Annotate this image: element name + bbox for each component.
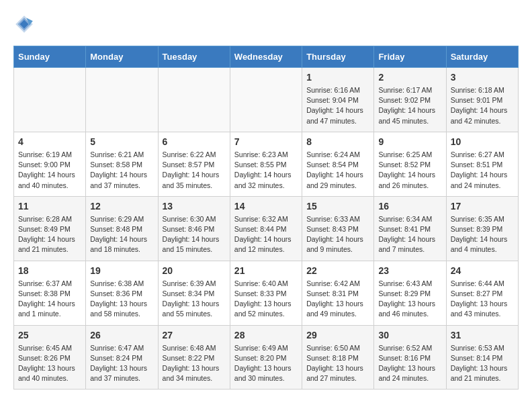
header-wednesday: Wednesday	[230, 46, 302, 68]
calendar-header: SundayMondayTuesdayWednesdayThursdayFrid…	[14, 46, 519, 68]
header-thursday: Thursday	[302, 46, 374, 68]
calendar-cell: 11Sunrise: 6:28 AM Sunset: 8:49 PM Dayli…	[14, 196, 86, 261]
day-info: Sunrise: 6:53 AM Sunset: 8:14 PM Dayligh…	[451, 343, 514, 384]
day-info: Sunrise: 6:18 AM Sunset: 9:01 PM Dayligh…	[451, 85, 514, 126]
day-info: Sunrise: 6:29 AM Sunset: 8:48 PM Dayligh…	[90, 214, 153, 255]
calendar-cell: 29Sunrise: 6:50 AM Sunset: 8:18 PM Dayli…	[302, 325, 374, 390]
calendar-cell: 30Sunrise: 6:52 AM Sunset: 8:16 PM Dayli…	[374, 325, 446, 390]
day-number: 3	[451, 72, 514, 83]
day-number: 10	[451, 136, 514, 147]
day-info: Sunrise: 6:19 AM Sunset: 9:00 PM Dayligh…	[18, 150, 81, 191]
day-info: Sunrise: 6:39 AM Sunset: 8:34 PM Dayligh…	[163, 279, 226, 320]
calendar-cell: 25Sunrise: 6:45 AM Sunset: 8:26 PM Dayli…	[14, 325, 86, 390]
day-number: 12	[90, 201, 153, 212]
day-number: 23	[378, 265, 441, 276]
day-info: Sunrise: 6:50 AM Sunset: 8:18 PM Dayligh…	[306, 343, 369, 384]
day-info: Sunrise: 6:22 AM Sunset: 8:57 PM Dayligh…	[163, 150, 226, 191]
day-number: 28	[234, 330, 298, 340]
day-info: Sunrise: 6:37 AM Sunset: 8:38 PM Dayligh…	[18, 279, 81, 320]
calendar-cell: 4Sunrise: 6:19 AM Sunset: 9:00 PM Daylig…	[14, 132, 86, 196]
day-number: 13	[163, 201, 226, 212]
calendar-cell: 6Sunrise: 6:22 AM Sunset: 8:57 PM Daylig…	[158, 132, 230, 196]
calendar-week-row: 25Sunrise: 6:45 AM Sunset: 8:26 PM Dayli…	[14, 325, 519, 390]
day-number: 18	[18, 265, 81, 276]
calendar-cell: 8Sunrise: 6:24 AM Sunset: 8:54 PM Daylig…	[302, 132, 374, 196]
calendar-cell: 19Sunrise: 6:38 AM Sunset: 8:36 PM Dayli…	[86, 261, 158, 325]
day-number: 14	[234, 201, 298, 212]
page-header	[13, 13, 519, 35]
header-friday: Friday	[374, 46, 446, 68]
day-info: Sunrise: 6:44 AM Sunset: 8:27 PM Dayligh…	[451, 279, 514, 320]
day-number: 25	[18, 330, 81, 340]
calendar-cell: 26Sunrise: 6:47 AM Sunset: 8:24 PM Dayli…	[86, 325, 158, 390]
day-info: Sunrise: 6:47 AM Sunset: 8:24 PM Dayligh…	[90, 343, 153, 384]
calendar-cell: 9Sunrise: 6:25 AM Sunset: 8:52 PM Daylig…	[374, 132, 446, 196]
calendar-cell: 10Sunrise: 6:27 AM Sunset: 8:51 PM Dayli…	[446, 132, 518, 196]
day-info: Sunrise: 6:34 AM Sunset: 8:41 PM Dayligh…	[378, 214, 441, 255]
header-saturday: Saturday	[446, 46, 518, 68]
day-number: 24	[451, 265, 514, 276]
calendar-cell: 17Sunrise: 6:35 AM Sunset: 8:39 PM Dayli…	[446, 196, 518, 261]
header-sunday: Sunday	[14, 46, 86, 68]
day-info: Sunrise: 6:32 AM Sunset: 8:44 PM Dayligh…	[234, 214, 298, 255]
day-info: Sunrise: 6:43 AM Sunset: 8:29 PM Dayligh…	[378, 279, 441, 320]
calendar-cell: 28Sunrise: 6:49 AM Sunset: 8:20 PM Dayli…	[230, 325, 302, 390]
calendar-cell: 7Sunrise: 6:23 AM Sunset: 8:55 PM Daylig…	[230, 132, 302, 196]
header-row: SundayMondayTuesdayWednesdayThursdayFrid…	[14, 46, 519, 68]
day-number: 29	[306, 330, 369, 340]
day-info: Sunrise: 6:45 AM Sunset: 8:26 PM Dayligh…	[18, 343, 81, 384]
day-info: Sunrise: 6:49 AM Sunset: 8:20 PM Dayligh…	[234, 343, 298, 384]
day-number: 2	[378, 72, 441, 83]
day-number: 8	[306, 136, 369, 147]
day-number: 7	[234, 136, 298, 147]
logo-icon	[13, 13, 35, 35]
header-monday: Monday	[86, 46, 158, 68]
day-info: Sunrise: 6:28 AM Sunset: 8:49 PM Dayligh…	[18, 214, 81, 255]
calendar-cell: 1Sunrise: 6:16 AM Sunset: 9:04 PM Daylig…	[302, 68, 374, 132]
calendar-cell: 14Sunrise: 6:32 AM Sunset: 8:44 PM Dayli…	[230, 196, 302, 261]
day-number: 27	[163, 330, 226, 340]
calendar-cell	[86, 68, 158, 132]
day-info: Sunrise: 6:52 AM Sunset: 8:16 PM Dayligh…	[378, 343, 441, 384]
calendar-cell: 5Sunrise: 6:21 AM Sunset: 8:58 PM Daylig…	[86, 132, 158, 196]
calendar-cell	[14, 68, 86, 132]
day-number: 5	[90, 136, 153, 147]
header-tuesday: Tuesday	[158, 46, 230, 68]
day-number: 19	[90, 265, 153, 276]
calendar-week-row: 11Sunrise: 6:28 AM Sunset: 8:49 PM Dayli…	[14, 196, 519, 261]
calendar-cell: 23Sunrise: 6:43 AM Sunset: 8:29 PM Dayli…	[374, 261, 446, 325]
day-number: 21	[234, 265, 298, 276]
day-number: 20	[163, 265, 226, 276]
calendar-cell: 16Sunrise: 6:34 AM Sunset: 8:41 PM Dayli…	[374, 196, 446, 261]
calendar-week-row: 18Sunrise: 6:37 AM Sunset: 8:38 PM Dayli…	[14, 261, 519, 325]
calendar-cell: 3Sunrise: 6:18 AM Sunset: 9:01 PM Daylig…	[446, 68, 518, 132]
calendar-cell: 12Sunrise: 6:29 AM Sunset: 8:48 PM Dayli…	[86, 196, 158, 261]
day-info: Sunrise: 6:42 AM Sunset: 8:31 PM Dayligh…	[306, 279, 369, 320]
day-number: 31	[451, 330, 514, 340]
day-number: 1	[306, 72, 369, 83]
day-info: Sunrise: 6:40 AM Sunset: 8:33 PM Dayligh…	[234, 279, 298, 320]
calendar-cell: 24Sunrise: 6:44 AM Sunset: 8:27 PM Dayli…	[446, 261, 518, 325]
calendar-cell	[230, 68, 302, 132]
calendar-week-row: 4Sunrise: 6:19 AM Sunset: 9:00 PM Daylig…	[14, 132, 519, 196]
day-info: Sunrise: 6:27 AM Sunset: 8:51 PM Dayligh…	[451, 150, 514, 191]
day-number: 17	[451, 201, 514, 212]
day-number: 26	[90, 330, 153, 340]
day-info: Sunrise: 6:35 AM Sunset: 8:39 PM Dayligh…	[451, 214, 514, 255]
calendar-cell: 20Sunrise: 6:39 AM Sunset: 8:34 PM Dayli…	[158, 261, 230, 325]
day-info: Sunrise: 6:21 AM Sunset: 8:58 PM Dayligh…	[90, 150, 153, 191]
day-number: 11	[18, 201, 81, 212]
day-number: 6	[163, 136, 226, 147]
calendar-cell: 31Sunrise: 6:53 AM Sunset: 8:14 PM Dayli…	[446, 325, 518, 390]
day-info: Sunrise: 6:17 AM Sunset: 9:02 PM Dayligh…	[378, 85, 441, 126]
calendar-cell: 13Sunrise: 6:30 AM Sunset: 8:46 PM Dayli…	[158, 196, 230, 261]
calendar-table: SundayMondayTuesdayWednesdayThursdayFrid…	[13, 46, 519, 390]
calendar-cell: 27Sunrise: 6:48 AM Sunset: 8:22 PM Dayli…	[158, 325, 230, 390]
logo	[13, 13, 38, 35]
day-number: 22	[306, 265, 369, 276]
day-number: 4	[18, 136, 81, 147]
calendar-cell: 18Sunrise: 6:37 AM Sunset: 8:38 PM Dayli…	[14, 261, 86, 325]
day-info: Sunrise: 6:48 AM Sunset: 8:22 PM Dayligh…	[163, 343, 226, 384]
calendar-week-row: 1Sunrise: 6:16 AM Sunset: 9:04 PM Daylig…	[14, 68, 519, 132]
day-info: Sunrise: 6:24 AM Sunset: 8:54 PM Dayligh…	[306, 150, 369, 191]
